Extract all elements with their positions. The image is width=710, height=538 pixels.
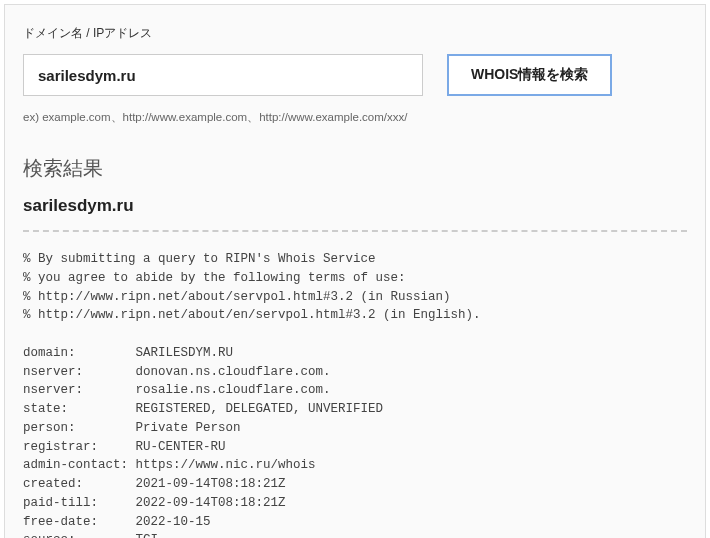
whois-panel: ドメイン名 / IPアドレス WHOIS情報を検索 ex) example.co…	[4, 4, 706, 538]
whois-output: % By submitting a query to RIPN's Whois …	[23, 250, 687, 538]
divider	[23, 230, 687, 232]
search-label: ドメイン名 / IPアドレス	[23, 25, 687, 42]
search-row: WHOIS情報を検索	[23, 54, 687, 96]
result-heading: 検索結果	[23, 155, 687, 182]
domain-input[interactable]	[23, 54, 423, 96]
example-text: ex) example.com、http://www.example.com、h…	[23, 110, 687, 125]
result-domain: sarilesdym.ru	[23, 196, 687, 216]
search-button[interactable]: WHOIS情報を検索	[447, 54, 612, 96]
